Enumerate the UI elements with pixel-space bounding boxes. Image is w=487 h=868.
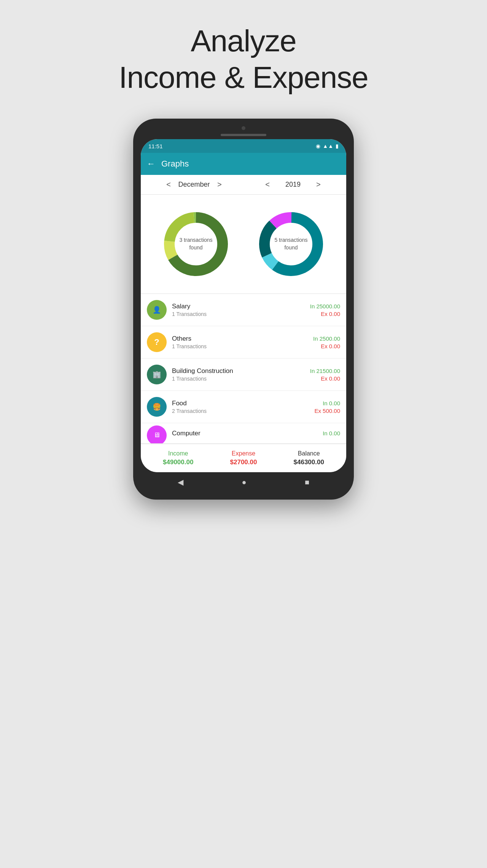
salary-amount-ex: Ex 0.00 xyxy=(310,311,340,317)
computer-amounts: In 0.00 xyxy=(323,430,340,436)
salary-name: Salary xyxy=(172,303,310,310)
date-selector: < December > < 2019 > xyxy=(141,175,346,195)
balance-summary-label: Balance xyxy=(294,450,324,457)
wifi-icon: ◉ xyxy=(316,143,320,149)
building-amount-in: In 21500.00 xyxy=(310,368,340,374)
income-summary: Income $49000.00 xyxy=(163,450,193,466)
list-item[interactable]: ? Others 1 Transactions In 2500.00 Ex 0.… xyxy=(141,326,346,359)
food-info: Food 2 Transactions xyxy=(172,400,314,414)
prev-month-button[interactable]: < xyxy=(166,180,171,189)
phone-speaker xyxy=(221,134,266,136)
headline-line2: Income & Expense xyxy=(119,60,368,94)
food-transactions: 2 Transactions xyxy=(172,408,314,414)
building-info: Building Construction 1 Transactions xyxy=(172,367,310,382)
status-icons: ◉ ▲▲ ▮ xyxy=(316,143,339,149)
food-name: Food xyxy=(172,400,314,407)
computer-amount-in: In 0.00 xyxy=(323,430,340,436)
phone-screen: 11:51 ◉ ▲▲ ▮ ← Graphs < December > xyxy=(141,139,346,472)
food-amounts: In 0.00 Ex 500.00 xyxy=(314,400,340,414)
others-amount-in: In 2500.00 xyxy=(313,335,340,342)
charts-section: 3 transactions found xyxy=(141,195,346,294)
computer-info: Computer xyxy=(172,430,323,437)
list-item[interactable]: 🏢 Building Construction 1 Transactions I… xyxy=(141,359,346,391)
signal-icon: ▲▲ xyxy=(323,143,333,149)
expense-chart: 5 transactions found xyxy=(253,206,329,282)
app-title: Graphs xyxy=(161,159,189,169)
salary-info: Salary 1 Transactions xyxy=(172,303,310,317)
others-transactions: 1 Transactions xyxy=(172,343,313,349)
building-amount-ex: Ex 0.00 xyxy=(310,375,340,382)
month-label: December xyxy=(177,181,211,189)
year-label: 2019 xyxy=(276,181,310,189)
back-nav-button[interactable]: ◀ xyxy=(178,478,183,487)
prev-year-button[interactable]: < xyxy=(265,180,270,189)
building-name: Building Construction xyxy=(172,367,310,375)
others-amount-ex: Ex 0.00 xyxy=(313,343,340,349)
salary-icon: 👤 xyxy=(147,300,167,320)
phone-camera xyxy=(242,126,245,130)
list-item[interactable]: 🍔 Food 2 Transactions In 0.00 Ex 500.00 xyxy=(141,391,346,423)
categories-list: 👤 Salary 1 Transactions In 25000.00 Ex 0… xyxy=(141,294,346,444)
salary-amounts: In 25000.00 Ex 0.00 xyxy=(310,303,340,317)
home-nav-button[interactable]: ● xyxy=(242,478,246,487)
others-info: Others 1 Transactions xyxy=(172,335,313,349)
recents-nav-button[interactable]: ■ xyxy=(305,478,309,487)
salary-amount-in: In 25000.00 xyxy=(310,303,340,309)
income-chart-label: 3 transactions found xyxy=(179,236,212,251)
food-amount-in: In 0.00 xyxy=(314,400,340,406)
salary-transactions: 1 Transactions xyxy=(172,311,310,317)
building-icon: 🏢 xyxy=(147,365,167,384)
others-icon: ? xyxy=(147,332,167,352)
others-name: Others xyxy=(172,335,313,343)
food-amount-ex: Ex 500.00 xyxy=(314,408,340,414)
headline: Analyze Income & Expense xyxy=(119,23,368,96)
expense-chart-label: 5 transactions found xyxy=(274,236,307,251)
income-summary-value: $49000.00 xyxy=(163,459,193,466)
expense-summary-label: Expense xyxy=(230,450,257,457)
building-transactions: 1 Transactions xyxy=(172,376,310,382)
computer-name: Computer xyxy=(172,430,323,437)
balance-summary-value: $46300.00 xyxy=(294,459,324,466)
nav-bar: ◀ ● ■ xyxy=(141,472,346,492)
list-item[interactable]: 🖥 Computer In 0.00 xyxy=(141,423,346,444)
income-summary-label: Income xyxy=(163,450,193,457)
list-item[interactable]: 👤 Salary 1 Transactions In 25000.00 Ex 0… xyxy=(141,294,346,326)
next-year-button[interactable]: > xyxy=(316,180,321,189)
status-time: 11:51 xyxy=(148,143,163,149)
battery-icon: ▮ xyxy=(336,143,339,149)
expense-summary-value: $2700.00 xyxy=(230,459,257,466)
app-bar: ← Graphs xyxy=(141,153,346,175)
income-chart: 3 transactions found xyxy=(158,206,234,282)
food-icon: 🍔 xyxy=(147,397,167,417)
computer-icon: 🖥 xyxy=(147,425,167,444)
summary-bar: Income $49000.00 Expense $2700.00 Balanc… xyxy=(141,444,346,472)
page-wrapper: Analyze Income & Expense 11:51 ◉ ▲▲ ▮ ← … xyxy=(0,0,487,868)
month-selector: < December > xyxy=(166,180,221,189)
next-month-button[interactable]: > xyxy=(217,180,222,189)
back-button[interactable]: ← xyxy=(147,159,155,169)
status-bar: 11:51 ◉ ▲▲ ▮ xyxy=(141,139,346,153)
others-amounts: In 2500.00 Ex 0.00 xyxy=(313,335,340,349)
year-selector: < 2019 > xyxy=(265,180,320,189)
expense-summary: Expense $2700.00 xyxy=(230,450,257,466)
building-amounts: In 21500.00 Ex 0.00 xyxy=(310,368,340,382)
headline-line1: Analyze xyxy=(191,24,296,58)
phone-frame: 11:51 ◉ ▲▲ ▮ ← Graphs < December > xyxy=(133,119,354,500)
balance-summary: Balance $46300.00 xyxy=(294,450,324,466)
